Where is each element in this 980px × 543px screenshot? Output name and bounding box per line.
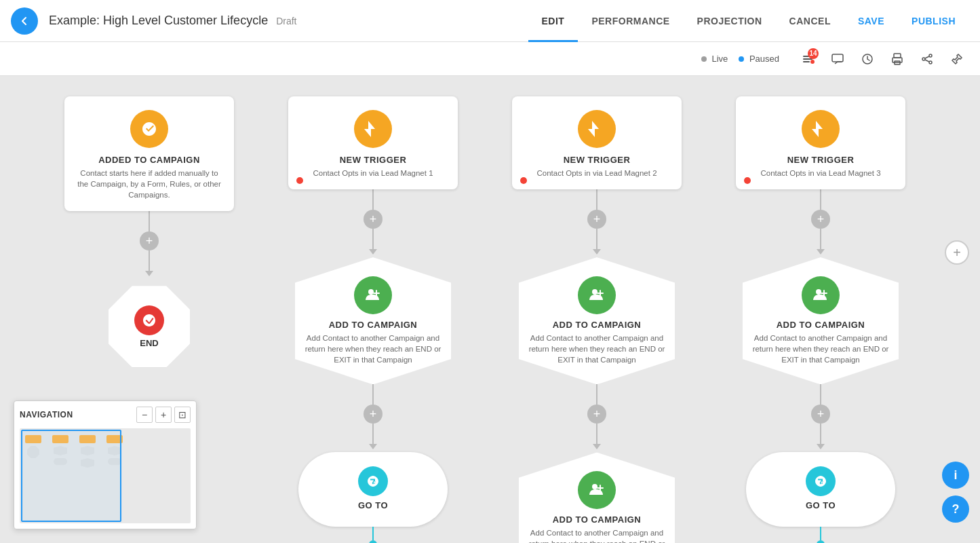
help-button[interactable]: ? xyxy=(942,495,969,523)
trigger-desc-2: Contact Opts in via Lead Magnet 1 xyxy=(313,168,433,179)
tasks-button[interactable]: 14 xyxy=(796,47,820,71)
action-desc-3a: Add Contact to another Campaign and retu… xyxy=(526,333,668,365)
svg-point-14 xyxy=(368,289,374,295)
action-card-3b[interactable]: ADD TO CAMPAIGN Add Contact to another C… xyxy=(512,452,682,543)
nav-cancel[interactable]: CANCEL xyxy=(776,0,844,42)
svg-rect-7 xyxy=(893,58,902,62)
nav-projection[interactable]: PROJECTION xyxy=(684,0,776,42)
line xyxy=(820,424,821,444)
nav-save[interactable]: SAVE xyxy=(844,0,898,42)
connector-3b: + xyxy=(587,384,606,452)
info-button[interactable]: i xyxy=(942,462,969,489)
action-icon-2a xyxy=(354,276,392,314)
navigation-panel: NAVIGATION − + ⊡ xyxy=(14,400,197,529)
end-label: END xyxy=(140,338,158,348)
goto-card-2[interactable]: GO TO xyxy=(298,452,448,527)
paused-status: Paused xyxy=(739,54,779,64)
zoom-out-button[interactable]: − xyxy=(136,407,153,423)
action-icon-3b xyxy=(578,471,616,509)
paused-dot xyxy=(739,56,744,62)
action-card-3a[interactable]: ADD TO CAMPAIGN Add Contact to another C… xyxy=(512,257,682,384)
action-dot-3a xyxy=(523,365,530,372)
line xyxy=(820,384,821,405)
action-icon-3a xyxy=(578,276,616,314)
action-dot-4a xyxy=(747,365,753,372)
print-button[interactable] xyxy=(885,47,909,71)
fit-button[interactable]: ⊡ xyxy=(174,407,191,423)
line xyxy=(149,250,150,271)
connector-1a: + xyxy=(140,211,159,279)
trigger-dot-3 xyxy=(520,177,527,184)
goto-card-4[interactable]: GO TO xyxy=(746,452,895,527)
trigger-card-3[interactable]: NEW TRIGGER Contact Opts in via Lead Mag… xyxy=(512,96,682,189)
add-step-btn-3b[interactable]: + xyxy=(587,405,606,424)
action-card-2a[interactable]: ADD TO CAMPAIGN Add Contact to another C… xyxy=(288,257,458,384)
minimap[interactable] xyxy=(20,428,191,523)
line xyxy=(820,229,821,249)
action-title-4a: ADD TO CAMPAIGN xyxy=(777,320,865,330)
action-card-4a[interactable]: ADD TO CAMPAIGN Add Contact to another C… xyxy=(736,257,905,384)
svg-line-13 xyxy=(925,60,929,62)
action-desc-2a: Add Contact to another Campaign and retu… xyxy=(302,333,444,365)
line xyxy=(820,189,821,210)
trigger-title-2: NEW TRIGGER xyxy=(340,155,407,165)
svg-point-9 xyxy=(929,54,932,57)
add-step-btn-2b[interactable]: + xyxy=(364,405,383,424)
trigger-card-4[interactable]: NEW TRIGGER Contact Opts in via Lead Mag… xyxy=(736,96,905,189)
svg-point-16 xyxy=(592,484,597,489)
trigger-card-1[interactable]: ADDED TO CAMPAIGN Contact starts here if… xyxy=(64,96,234,211)
minimap-viewport xyxy=(21,430,121,522)
add-column-button[interactable]: + xyxy=(945,240,969,265)
line xyxy=(596,189,597,210)
goto-end-dot-4 xyxy=(817,540,825,543)
add-step-btn-2a[interactable]: + xyxy=(364,210,383,229)
add-step-btn-1a[interactable]: + xyxy=(140,231,159,250)
trigger-card-2[interactable]: NEW TRIGGER Contact Opts in via Lead Mag… xyxy=(288,96,458,189)
line xyxy=(372,424,374,444)
goto-label-2: GO TO xyxy=(358,500,388,510)
svg-point-15 xyxy=(592,289,597,295)
page-title: Example: High Level Customer Lifecycle xyxy=(49,14,268,28)
arrow xyxy=(593,444,601,449)
svg-point-17 xyxy=(816,289,821,295)
svg-point-10 xyxy=(922,58,925,60)
svg-rect-6 xyxy=(894,54,901,58)
badge-count: 14 xyxy=(808,48,819,59)
svg-point-3 xyxy=(810,60,815,64)
end-octagon: END xyxy=(109,286,190,367)
trigger-title-3: NEW TRIGGER xyxy=(564,155,631,165)
back-button[interactable] xyxy=(11,7,38,35)
live-status: Live xyxy=(701,54,728,64)
history-button[interactable] xyxy=(855,47,880,71)
arrow xyxy=(817,444,825,449)
end-node-1[interactable]: END xyxy=(102,279,197,374)
arrow xyxy=(145,271,153,276)
nav-panel-header: NAVIGATION − + ⊡ xyxy=(20,407,191,423)
arrow xyxy=(817,249,825,255)
add-step-btn-3a[interactable]: + xyxy=(587,210,606,229)
nav-publish[interactable]: PUBLISH xyxy=(898,0,969,42)
goto-line-2 xyxy=(372,527,374,540)
share-button[interactable] xyxy=(915,47,939,71)
trigger-dot-4 xyxy=(744,177,751,184)
connector-4b: + xyxy=(811,384,830,452)
zoom-in-button[interactable]: + xyxy=(155,407,172,423)
nav-performance[interactable]: PERFORMANCE xyxy=(578,0,683,42)
toolbar: Live Paused 14 xyxy=(0,42,980,76)
pin-button[interactable] xyxy=(945,47,969,71)
live-dot xyxy=(701,56,707,62)
draft-status: Draft xyxy=(276,16,296,26)
svg-point-11 xyxy=(929,61,932,64)
trigger-title-1: ADDED TO CAMPAIGN xyxy=(98,155,200,165)
goto-end-dot-2 xyxy=(369,540,377,543)
action-desc-3b: Add Contact to another Campaign and retu… xyxy=(526,527,668,543)
nav-edit[interactable]: EDIT xyxy=(528,0,579,42)
comments-button[interactable] xyxy=(825,47,850,71)
line xyxy=(596,229,597,249)
add-step-btn-4a[interactable]: + xyxy=(811,210,830,229)
action-title-2a: ADD TO CAMPAIGN xyxy=(329,320,418,330)
add-step-btn-4b[interactable]: + xyxy=(811,405,830,424)
status-area: Live Paused xyxy=(701,54,779,64)
nav-controls: − + ⊡ xyxy=(136,407,191,423)
flow-col-3: NEW TRIGGER Contact Opts in via Lead Mag… xyxy=(502,96,692,543)
